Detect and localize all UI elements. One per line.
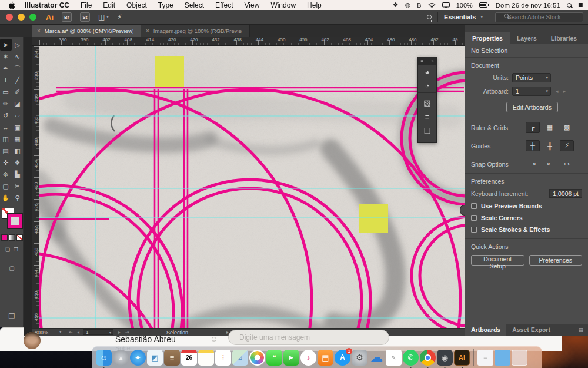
show-pixel-grid-icon[interactable]: ▩ xyxy=(560,122,574,133)
previous-artboard-icon[interactable]: ◂ xyxy=(77,330,79,335)
checkbox-scale-strokes-effects[interactable]: Scale Strokes & Effects xyxy=(471,226,582,233)
next-artboard-icon[interactable]: ▸ xyxy=(118,330,121,335)
eyedropper-tool[interactable]: ✜ xyxy=(0,157,12,168)
width-tool[interactable]: ↔ xyxy=(0,121,12,133)
dock-photos-icon[interactable] xyxy=(249,350,265,366)
bluetooth-icon[interactable]: Ƀ xyxy=(417,2,421,9)
lock-guides-icon[interactable]: ╫ xyxy=(543,140,557,151)
perspective-grid-tool[interactable]: ▦ xyxy=(12,133,24,145)
ruler-origin-corner[interactable] xyxy=(32,37,39,46)
apple-menu-icon[interactable] xyxy=(8,1,15,9)
stock-button[interactable]: St xyxy=(80,12,90,22)
menu-window[interactable]: Window xyxy=(270,1,296,9)
checkbox-box[interactable] xyxy=(471,203,477,209)
dock-chrome-icon[interactable] xyxy=(420,350,436,366)
checkbox-scale-corners[interactable]: Scale Corners xyxy=(471,214,582,221)
checkbox-box[interactable] xyxy=(471,227,477,233)
dock-calendar-icon[interactable]: 26 xyxy=(181,350,197,366)
show-grid-icon[interactable]: ▦ xyxy=(543,122,557,133)
dock-whatsapp-icon[interactable]: ✆ xyxy=(403,350,419,366)
zoom-dropdown-icon[interactable]: ▾ xyxy=(59,330,62,334)
dropbox-icon[interactable]: ❖ xyxy=(393,1,399,9)
menu-help[interactable]: Help xyxy=(307,1,322,9)
tab-close-icon[interactable]: × xyxy=(37,28,41,34)
edit-artboards-button[interactable]: Edit Artboards xyxy=(506,102,558,112)
dock-messages-icon[interactable]: ❝ xyxy=(266,350,282,366)
menu-view[interactable]: View xyxy=(245,1,260,9)
tab-close-icon[interactable]: × xyxy=(146,28,149,34)
shape-builder-tool[interactable]: ◫ xyxy=(0,133,12,145)
workspace-switcher[interactable]: Essentials▾ xyxy=(444,14,483,21)
dock-safari-icon[interactable]: ✦ xyxy=(130,350,146,366)
scale-tool[interactable]: ▱ xyxy=(12,110,24,121)
slice-tool[interactable]: ✂ xyxy=(12,180,24,192)
blend-tool[interactable]: ❖ xyxy=(12,157,24,168)
dock-illustrator-icon[interactable]: Ai xyxy=(454,350,470,366)
menu-object[interactable]: Object xyxy=(126,1,147,9)
dock-downloads-icon[interactable] xyxy=(495,350,510,366)
dock-system-preferences-icon[interactable]: ⚙ xyxy=(352,350,368,366)
lasso-tool[interactable]: ∿ xyxy=(12,51,24,62)
eraser-tool[interactable]: ◪ xyxy=(12,98,24,110)
align-panel-icon[interactable]: ≡ xyxy=(418,110,436,124)
rectangle-tool[interactable]: ▭ xyxy=(0,86,12,98)
pencil-tool[interactable]: ✏ xyxy=(0,98,12,110)
window-zoom-button[interactable] xyxy=(29,14,36,21)
checkbox-use-preview-bounds[interactable]: Use Preview Bounds xyxy=(471,203,582,210)
dock-reminders-icon[interactable]: ⋮ xyxy=(215,350,231,366)
next-artboard-icon[interactable]: ▸ xyxy=(563,88,566,94)
spotlight-icon[interactable] xyxy=(567,3,572,8)
artboard-dropdown[interactable]: 1 ▾ xyxy=(512,87,551,96)
airplay-icon[interactable] xyxy=(442,2,450,8)
edit-toolbar-icon[interactable]: ❐ xyxy=(0,312,24,320)
notification-center-icon[interactable]: ≣ xyxy=(578,1,583,9)
dock-photo-booth-icon[interactable]: ◉ xyxy=(437,350,453,366)
panel-collapse-handle[interactable] xyxy=(460,205,465,216)
menu-file[interactable]: File xyxy=(81,1,92,9)
battery-icon[interactable] xyxy=(479,2,489,8)
preferences-button[interactable]: Preferences xyxy=(529,255,583,266)
keyboard-increment-field[interactable]: 1,0006 pt xyxy=(549,189,582,198)
menu-illustrator-cc[interactable]: Illustrator CC xyxy=(25,1,69,9)
transform-panel-icon[interactable]: ▧ xyxy=(418,95,436,110)
document-setup-button[interactable]: Document Setup xyxy=(471,255,524,266)
zoom-level[interactable]: 800% xyxy=(35,330,48,336)
window-close-button[interactable] xyxy=(6,14,13,21)
draw-normal-icon[interactable]: ❏ xyxy=(5,247,10,253)
dock-app-store-icon[interactable]: A1 xyxy=(335,350,350,366)
arrange-documents-icon[interactable]: ◫ xyxy=(98,13,105,21)
wifi-icon[interactable] xyxy=(428,2,436,8)
last-artboard-icon[interactable]: ⇥ xyxy=(125,330,129,335)
snap-to-grid-icon[interactable]: ⇥ xyxy=(526,158,540,170)
gradient-tool[interactable]: ◧ xyxy=(12,145,24,157)
paintbrush-tool[interactable]: ✐ xyxy=(12,86,24,98)
vertical-ruler[interactable]: 384390396402408414420426432438444450456 xyxy=(32,46,39,328)
document-tab-imagem-jpeg[interactable]: ×Imagem.jpeg @ 100% (RGB/Preview) xyxy=(141,25,250,37)
tab-libraries[interactable]: Libraries xyxy=(544,32,584,44)
smart-guides-icon[interactable]: ⚡ xyxy=(560,140,574,151)
units-dropdown[interactable]: Points ▾ xyxy=(512,73,551,82)
rotate-tool[interactable]: ↺ xyxy=(0,110,12,121)
screen-mode-button[interactable]: ▢ xyxy=(0,265,24,271)
selection-tool[interactable]: ➤ xyxy=(0,39,12,51)
creative-cloud-icon[interactable]: ◍ xyxy=(405,1,411,9)
dock-maps-icon[interactable]: ⊿ xyxy=(232,350,248,366)
dock-notes-icon[interactable] xyxy=(198,350,214,366)
panel-close-icon[interactable]: × xyxy=(420,58,423,64)
menubar-clock[interactable]: Dom 26 de nov 16:51 xyxy=(496,2,560,9)
column-graph-tool[interactable]: ▙ xyxy=(12,168,24,180)
artboard-navigation-field[interactable]: 1 ▾ xyxy=(83,329,113,335)
artboard-canvas[interactable] xyxy=(39,46,465,328)
snap-to-point-icon[interactable]: ↦ xyxy=(560,158,574,170)
previous-artboard-icon[interactable]: ◂ xyxy=(556,88,559,94)
curvature-tool[interactable]: ⌒ xyxy=(12,62,24,74)
first-artboard-icon[interactable]: ⇤ xyxy=(69,330,73,335)
horizontal-ruler[interactable]: 3903964024084144204264324384444504564624… xyxy=(39,37,465,46)
direct-selection-tool[interactable]: ▷ xyxy=(12,39,24,51)
scroll-right-icon[interactable]: ▸ xyxy=(226,330,229,335)
dock-textedit-icon[interactable]: ✎ xyxy=(386,350,402,366)
show-rulers-icon[interactable]: ┏ xyxy=(526,122,540,133)
tab-properties[interactable]: Properties xyxy=(465,32,510,44)
tab-artboards[interactable]: Artboards xyxy=(465,324,506,336)
dock-preview-icon[interactable]: ◩ xyxy=(147,350,163,366)
